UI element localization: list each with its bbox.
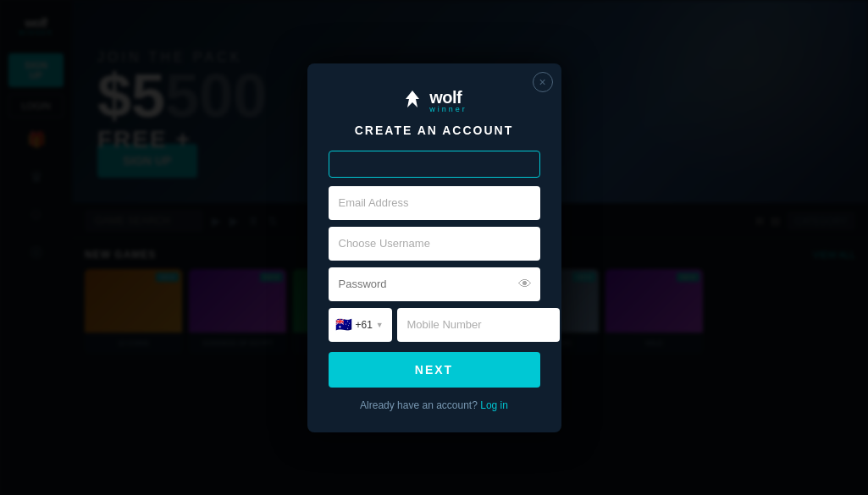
modal-overlay: × wolf winner CREATE AN ACCOUNT 👁	[0, 0, 868, 495]
already-text: Already have an account?	[360, 399, 478, 411]
country-flag: 🇦🇺	[335, 316, 352, 333]
password-visibility-toggle[interactable]: 👁	[518, 277, 532, 292]
login-link[interactable]: Log in	[480, 399, 508, 411]
modal-title: CREATE AN ACCOUNT	[355, 124, 513, 137]
svg-marker-0	[406, 91, 419, 107]
password-wrapper: 👁	[329, 267, 540, 301]
promo-code-input[interactable]	[329, 151, 540, 178]
email-input[interactable]	[329, 186, 540, 220]
dropdown-arrow-icon: ▼	[376, 321, 384, 329]
next-button[interactable]: NEXT	[329, 352, 540, 388]
phone-row: 🇦🇺 +61 ▼	[329, 308, 540, 342]
modal-footer: Already have an account? Log in	[360, 399, 508, 411]
password-input[interactable]	[329, 267, 540, 301]
create-account-modal: × wolf winner CREATE AN ACCOUNT 👁	[307, 63, 561, 432]
country-selector[interactable]: 🇦🇺 +61 ▼	[329, 308, 392, 342]
close-button[interactable]: ×	[533, 72, 553, 92]
modal-logo: wolf winner	[401, 89, 467, 113]
logo-wolf-text: wolf	[429, 89, 467, 106]
country-code: +61	[356, 319, 373, 331]
logo-winner-text: winner	[429, 106, 467, 113]
wolf-logo-icon	[401, 89, 424, 113]
username-input[interactable]	[329, 227, 540, 261]
phone-input[interactable]	[397, 308, 560, 342]
